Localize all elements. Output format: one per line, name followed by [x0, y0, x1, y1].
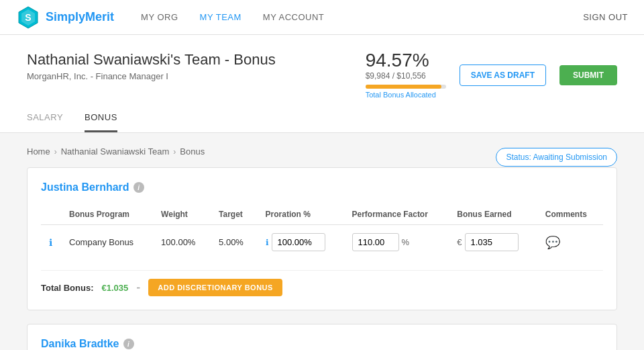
- sign-out-button[interactable]: SIGN OUT: [583, 12, 628, 22]
- team-title: Nathanial Swaniawski's Team - Bonus: [27, 51, 276, 69]
- proration-input[interactable]: [272, 233, 325, 251]
- top-section: Nathanial Swaniawski's Team - Bonus Morg…: [0, 35, 644, 133]
- budget-label: Total Bonus Allocated: [366, 91, 446, 99]
- th-target: Target: [211, 204, 257, 225]
- employee1-name-text: Justina Bernhard: [41, 181, 129, 193]
- budget-bar: [366, 85, 446, 89]
- row-info-circle: ℹ: [49, 237, 52, 248]
- budget-percent: 94.57%: [366, 51, 446, 70]
- total-bonus-row: Total Bonus: €1.035 - ADD DISCRETIONARY …: [41, 270, 603, 296]
- nav-my-org[interactable]: MY ORG: [141, 12, 178, 22]
- th-proration: Proration %: [258, 204, 344, 225]
- nav-my-account[interactable]: MY ACCOUNT: [263, 12, 324, 22]
- budget-bar-fill: [366, 85, 441, 89]
- budget-amounts: $9,984 / $10,556: [366, 71, 446, 81]
- breadcrumb: Home › Nathanial Swaniawski Team › Bonus: [27, 146, 205, 157]
- employee1-section: Justina Bernhard i Bonus Program Weight …: [27, 167, 617, 310]
- row-bonus-program: Company Bonus: [61, 225, 153, 260]
- th-icon: [41, 204, 61, 225]
- bonus-earned-input[interactable]: [465, 233, 519, 251]
- employee1-name: Justina Bernhard i: [41, 181, 603, 193]
- tab-bonus[interactable]: BONUS: [85, 112, 117, 132]
- total-separator: -: [136, 281, 140, 295]
- breadcrumb-current: Bonus: [180, 146, 205, 157]
- add-discretionary-button[interactable]: ADD DISCRETIONARY BONUS: [148, 279, 282, 296]
- th-performance: Performance Factor: [344, 204, 449, 225]
- logo-text: SimplyMerit: [46, 10, 114, 24]
- employee2-name: Danika Bradtke i: [28, 324, 616, 350]
- row-comment: 💬: [537, 225, 603, 260]
- row-proration: ℹ: [258, 225, 344, 260]
- currency-group: €: [457, 233, 529, 251]
- logo-simply: Simply: [46, 10, 85, 24]
- row-info-icon[interactable]: ℹ: [41, 225, 61, 260]
- nav-my-team[interactable]: MY TEAM: [200, 12, 241, 22]
- team-info: Nathanial Swaniawski's Team - Bonus Morg…: [27, 51, 276, 81]
- employee2-info-icon[interactable]: i: [123, 339, 134, 349]
- breadcrumb-sep-2: ›: [173, 147, 176, 157]
- total-bonus-value: €1.035: [101, 283, 128, 293]
- proration-info-icon: ℹ: [266, 238, 269, 247]
- row-weight: 100.00%: [153, 225, 211, 260]
- employee2-name-text: Danika Bradtke: [41, 338, 119, 350]
- breadcrumb-sep-1: ›: [54, 147, 57, 157]
- budget-area: 94.57% $9,984 / $10,556 Total Bonus Allo…: [366, 51, 617, 99]
- tab-salary[interactable]: SALARY: [27, 112, 63, 132]
- th-comments: Comments: [537, 204, 603, 225]
- logo-icon: S: [16, 5, 40, 30]
- breadcrumb-row: Home › Nathanial Swaniawski Team › Bonus…: [27, 146, 617, 167]
- percent-symbol: %: [402, 237, 410, 247]
- row-target: 5.00%: [211, 225, 257, 260]
- performance-group: %: [352, 233, 441, 251]
- team-header: Nathanial Swaniawski's Team - Bonus Morg…: [27, 51, 617, 99]
- submit-button[interactable]: SUBMIT: [559, 65, 617, 85]
- header: S SimplyMerit MY ORG MY TEAM MY ACCOUNT …: [0, 0, 644, 35]
- breadcrumb-team[interactable]: Nathanial Swaniawski Team: [61, 146, 170, 157]
- breadcrumb-home[interactable]: Home: [27, 146, 50, 157]
- status-badge: Status: Awaiting Submission: [496, 148, 617, 167]
- logo-merit: Merit: [85, 10, 114, 24]
- row-performance: %: [344, 225, 449, 260]
- svg-text:S: S: [25, 12, 31, 23]
- proration-group: ℹ: [266, 233, 336, 251]
- logo-area: S SimplyMerit: [16, 5, 114, 30]
- currency-symbol: €: [457, 237, 462, 247]
- th-weight: Weight: [153, 204, 211, 225]
- employee1-info-icon[interactable]: i: [133, 182, 144, 193]
- performance-input[interactable]: [352, 233, 399, 251]
- main-nav: MY ORG MY TEAM MY ACCOUNT: [141, 12, 583, 22]
- team-subtitle: MorganHR, Inc. - Finance Manager I: [27, 71, 276, 81]
- th-bonus-program: Bonus Program: [61, 204, 153, 225]
- bonus-table: Bonus Program Weight Target Proration % …: [41, 204, 603, 259]
- table-header-row: Bonus Program Weight Target Proration % …: [41, 204, 603, 225]
- total-bonus-label: Total Bonus:: [41, 283, 93, 293]
- comment-icon[interactable]: 💬: [545, 236, 560, 249]
- budget-info: 94.57% $9,984 / $10,556 Total Bonus Allo…: [366, 51, 446, 99]
- table-row: ℹ Company Bonus 100.00% 5.00% ℹ: [41, 225, 603, 260]
- main-content: Home › Nathanial Swaniawski Team › Bonus…: [0, 133, 644, 350]
- row-bonus-earned: €: [449, 225, 537, 260]
- th-bonus-earned: Bonus Earned: [449, 204, 537, 225]
- save-as-draft-button[interactable]: SAVE AS DRAFT: [460, 64, 546, 86]
- employee2-section: Danika Bradtke i: [27, 324, 617, 350]
- tabs: SALARY BONUS: [27, 112, 617, 132]
